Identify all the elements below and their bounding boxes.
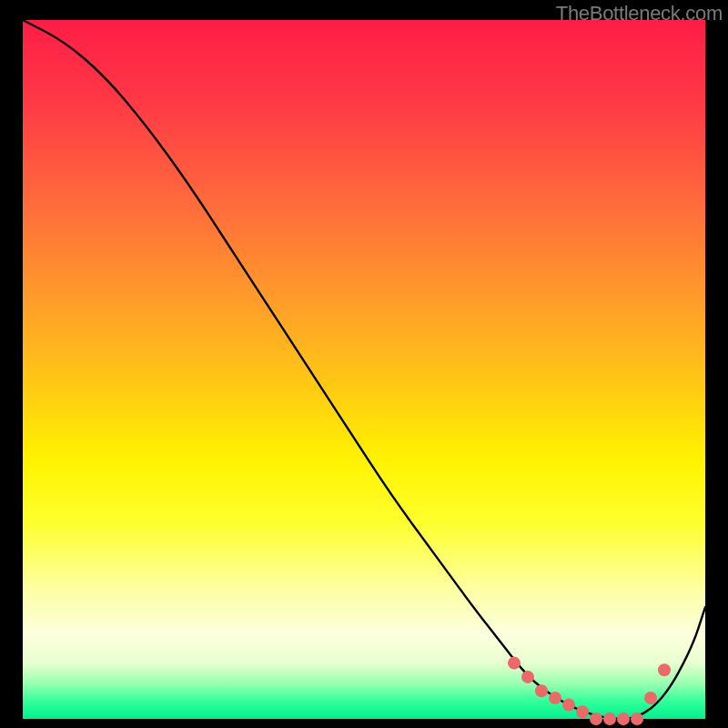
marker-dot <box>603 713 616 725</box>
marker-dot <box>562 699 575 712</box>
marker-dot <box>631 713 643 725</box>
marker-dot <box>644 692 657 704</box>
chart-container: TheBottleneck.com <box>0 0 728 728</box>
marker-dot <box>590 713 602 725</box>
curve-svg <box>23 20 705 719</box>
marker-dot <box>658 663 671 676</box>
marker-dot <box>576 705 589 718</box>
marker-group <box>508 657 671 725</box>
marker-dot <box>521 671 534 683</box>
marker-dot <box>549 692 561 704</box>
marker-dot <box>508 657 521 670</box>
bottleneck-curve <box>23 20 705 719</box>
marker-dot <box>617 713 630 725</box>
watermark-text: TheBottleneck.com <box>556 2 723 25</box>
plot-area <box>23 20 705 719</box>
marker-dot <box>535 684 548 697</box>
